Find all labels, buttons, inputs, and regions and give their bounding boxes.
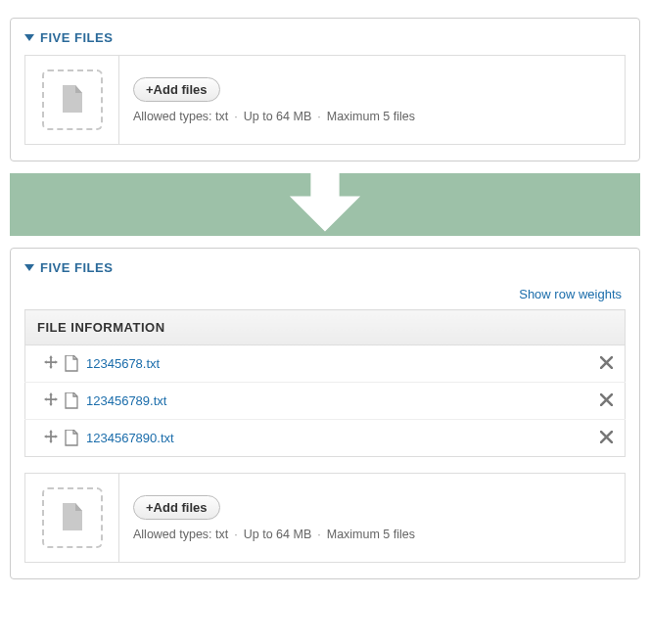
table-row: 1234567890.txt <box>25 420 626 457</box>
transition-arrow-strip <box>10 173 640 236</box>
file-link[interactable]: 1234567890.txt <box>86 431 174 445</box>
panel-title-toggle[interactable]: FIVE FILES <box>24 260 626 285</box>
add-files-button[interactable]: +Add files <box>133 495 220 520</box>
file-table-header: FILE INFORMATION <box>25 310 626 345</box>
move-icon <box>44 355 58 369</box>
table-row: 12345678.txt <box>25 345 626 383</box>
arrow-down-icon <box>283 162 367 247</box>
panel-title-text: FIVE FILES <box>40 30 113 45</box>
panel-title-text: FIVE FILES <box>40 260 113 275</box>
remove-file-button[interactable] <box>585 431 613 446</box>
close-icon <box>600 431 613 443</box>
table-row: 123456789.txt <box>25 383 626 420</box>
file-link[interactable]: 12345678.txt <box>86 356 160 371</box>
file-entry: 123456789.txt <box>65 392 585 409</box>
file-link[interactable]: 123456789.txt <box>86 393 166 408</box>
file-icon <box>65 355 78 372</box>
file-icon <box>65 392 78 409</box>
close-icon <box>600 356 613 369</box>
dropzone-placeholder <box>42 487 103 548</box>
remove-file-button[interactable] <box>585 356 613 372</box>
drag-handle[interactable] <box>37 430 65 446</box>
file-dropzone[interactable] <box>25 474 119 562</box>
file-entry: 12345678.txt <box>65 355 585 372</box>
file-entry: 1234567890.txt <box>65 430 585 446</box>
file-dropzone[interactable] <box>25 56 119 144</box>
upload-panel-after: FIVE FILES Show row weights FILE INFORMA… <box>10 248 640 579</box>
dropzone-placeholder <box>42 69 103 130</box>
upload-panel-before: FIVE FILES +Add files Allowed types: txt… <box>10 18 640 161</box>
chevron-down-icon <box>24 34 34 41</box>
document-icon <box>61 503 84 532</box>
upload-hint: Allowed types: txt·Up to 64 MB·Maximum 5… <box>133 110 611 123</box>
show-row-weights-link[interactable]: Show row weights <box>519 287 622 301</box>
add-files-button[interactable]: +Add files <box>133 77 220 102</box>
file-icon <box>65 430 78 446</box>
chevron-down-icon <box>24 264 34 271</box>
upload-controls: +Add files Allowed types: txt·Up to 64 M… <box>119 474 625 562</box>
panel-title-toggle[interactable]: FIVE FILES <box>24 30 626 55</box>
file-table: FILE INFORMATION 12345678.txt123456789.t… <box>24 309 626 457</box>
document-icon <box>61 85 84 115</box>
upload-widget: +Add files Allowed types: txt·Up to 64 M… <box>24 55 626 145</box>
move-icon <box>44 392 58 406</box>
move-icon <box>44 430 58 443</box>
drag-handle[interactable] <box>37 355 65 372</box>
upload-controls: +Add files Allowed types: txt·Up to 64 M… <box>119 56 625 144</box>
drag-handle[interactable] <box>37 392 65 409</box>
upload-hint: Allowed types: txt·Up to 64 MB·Maximum 5… <box>133 528 611 541</box>
remove-file-button[interactable] <box>585 393 613 409</box>
close-icon <box>600 393 613 406</box>
upload-widget: +Add files Allowed types: txt·Up to 64 M… <box>24 473 626 563</box>
